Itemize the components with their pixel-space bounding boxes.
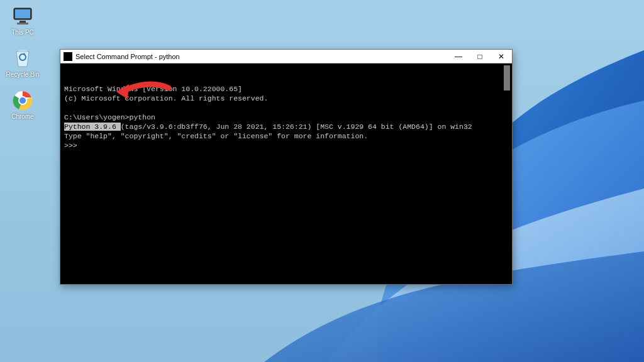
svg-rect-4 (17, 23, 28, 25)
terminal-line: Microsoft Windows [Version 10.0.22000.65… (64, 85, 242, 93)
cmd-icon (64, 52, 72, 61)
window-title: Select Command Prompt - python (75, 53, 448, 60)
chrome-icon (11, 89, 34, 112)
svg-rect-3 (19, 21, 26, 23)
python-version-rest: (tags/v3.9.6:db3ff76, Jun 28 2021, 15:26… (121, 123, 472, 131)
minimize-button[interactable]: — (448, 50, 469, 63)
desktop-icon-chrome[interactable]: Chrome (4, 89, 42, 120)
desktop-icon-label: This PC (11, 29, 34, 36)
svg-rect-2 (15, 9, 30, 18)
desktop-icons: This PC Recycle Bin Chrome (4, 5, 42, 120)
terminal-prompt-path: C:\Users\yogen> (64, 113, 130, 121)
desktop-icon-this-pc[interactable]: This PC (4, 5, 42, 36)
terminal-area[interactable]: Microsoft Windows [Version 10.0.22000.65… (60, 63, 512, 284)
this-pc-icon (11, 5, 34, 28)
repl-prompt: >>> (64, 141, 77, 150)
maximize-button[interactable]: □ (469, 50, 491, 63)
close-button[interactable]: ✕ (491, 50, 512, 63)
terminal-line: (c) Microsoft Corporation. All rights re… (64, 94, 268, 102)
desktop-icon-label: Recycle Bin (6, 71, 40, 78)
titlebar[interactable]: Select Command Prompt - python — □ ✕ (60, 50, 512, 63)
desktop-icon-recycle-bin[interactable]: Recycle Bin (4, 47, 42, 78)
window-controls: — □ ✕ (448, 50, 512, 63)
terminal-command: python (130, 113, 155, 121)
python-version-highlight: Python 3.9.6 (64, 123, 121, 131)
scrollbar-thumb[interactable] (504, 65, 510, 90)
terminal-line: Type "help", "copyright", "credits" or "… (64, 132, 368, 140)
recycle-bin-icon (11, 47, 34, 70)
svg-point-7 (19, 97, 26, 104)
command-prompt-window: Select Command Prompt - python — □ ✕ Mic… (60, 49, 513, 285)
desktop-icon-label: Chrome (11, 113, 34, 120)
